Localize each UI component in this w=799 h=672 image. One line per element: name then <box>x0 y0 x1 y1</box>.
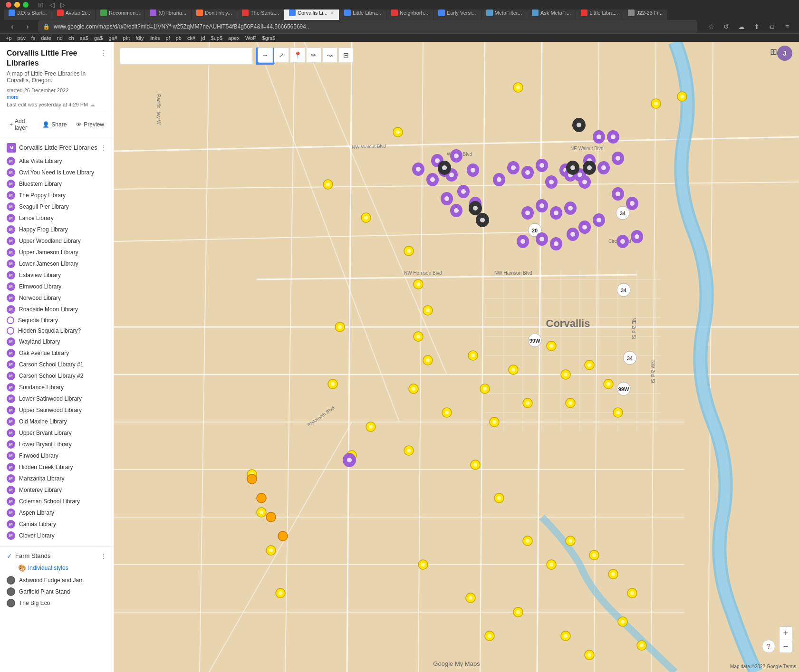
forward-icon[interactable]: ▷ <box>58 0 67 10</box>
map-pin[interactable] <box>651 99 661 108</box>
bookmark-item[interactable]: pkt <box>123 35 130 41</box>
bookmark-item[interactable]: jd <box>201 35 205 41</box>
map-pin[interactable] <box>604 379 613 389</box>
list-item[interactable]: M Sundance Library <box>0 382 114 393</box>
purple-map-pin[interactable] <box>567 228 579 241</box>
map-pin[interactable] <box>513 83 523 92</box>
map-area[interactable]: 99W 34 34 99W 20 34 Corvallis NW Walnut … <box>114 42 799 672</box>
map-pin[interactable] <box>404 446 414 455</box>
bookmark-item[interactable]: fdiy <box>135 35 144 41</box>
map-pin[interactable] <box>361 213 371 222</box>
list-item[interactable]: M Clover Library <box>0 530 114 541</box>
map-pin[interactable] <box>618 617 627 626</box>
bookmark-item[interactable]: date <box>41 35 51 41</box>
purple-map-pin[interactable] <box>426 173 439 186</box>
map-pin[interactable] <box>589 550 599 560</box>
tab-recommen[interactable]: Recommen... <box>96 10 144 20</box>
purple-map-pin[interactable] <box>597 161 610 174</box>
bookmark-item[interactable]: +p <box>6 35 12 41</box>
purple-map-pin[interactable] <box>550 237 562 250</box>
purple-map-pin[interactable] <box>626 197 638 210</box>
list-item[interactable]: M Firwood Library <box>0 450 114 461</box>
map-pin[interactable] <box>328 379 337 389</box>
purple-map-pin[interactable] <box>521 206 534 220</box>
purple-map-pin[interactable] <box>578 221 591 234</box>
purple-map-pin[interactable] <box>593 130 605 144</box>
list-item[interactable]: M Coleman School Library <box>0 496 114 507</box>
list-item[interactable]: M Norwood Library <box>0 292 114 304</box>
list-item[interactable]: M Lance Library <box>0 212 114 224</box>
tab-donthit[interactable]: Don't hit y... <box>192 10 237 20</box>
list-item[interactable]: Sequoia Library <box>0 315 114 326</box>
list-item[interactable]: M Seagull Pier Library <box>0 201 114 212</box>
bookmark-item[interactable]: apex <box>228 35 240 41</box>
farm-stands-header[interactable]: ✓ Farm Stands ⋮ <box>0 549 114 563</box>
purple-map-pin[interactable] <box>457 185 470 198</box>
preview-button[interactable]: 👁 Preview <box>73 116 107 133</box>
draw-tool-button[interactable]: ✏ <box>306 48 321 63</box>
menu-icon[interactable]: ≡ <box>781 20 793 33</box>
list-item[interactable]: M Monterey Library <box>0 484 114 496</box>
dark-map-pin[interactable] <box>438 161 451 175</box>
bookmark-item[interactable]: WoP <box>245 35 257 41</box>
route-tool-button[interactable]: ↝ <box>322 48 337 63</box>
map-pin[interactable] <box>266 546 276 555</box>
farm-pin[interactable] <box>278 531 288 541</box>
purple-map-pin[interactable] <box>536 232 548 246</box>
tab-libraria[interactable]: (0) libraria... <box>145 10 191 20</box>
bookmark-icon[interactable]: ☆ <box>705 20 717 33</box>
user-avatar[interactable]: J <box>777 46 792 61</box>
tab-avatar[interactable]: Avatar 2i... <box>52 10 95 20</box>
map-pin[interactable] <box>509 365 518 374</box>
tab-jd[interactable]: J.D.'s Start... <box>4 10 52 20</box>
new-tab-icon[interactable]: ⧉ <box>766 20 778 33</box>
map-pin[interactable] <box>585 650 594 660</box>
list-item[interactable]: M Wayland Library <box>0 336 114 347</box>
bookmark-item[interactable]: ptw <box>18 35 26 41</box>
list-item[interactable]: M Hidden Creek Library <box>0 461 114 473</box>
map-pin[interactable] <box>547 341 556 351</box>
list-item[interactable]: M Elmwood Library <box>0 281 114 292</box>
map-search-input[interactable] <box>120 48 253 65</box>
tab-j2223[interactable]: J22-23 Fi... <box>623 10 667 20</box>
dark-map-pin[interactable] <box>566 161 579 175</box>
farm-stand-item[interactable]: The Big Eco <box>0 597 114 609</box>
map-pin[interactable] <box>523 536 532 546</box>
list-item[interactable]: M Camas Library <box>0 518 114 530</box>
more-link[interactable]: more <box>7 94 107 100</box>
map-pin[interactable] <box>393 127 403 137</box>
list-item[interactable]: Hidden Sequoia Library? <box>0 326 114 336</box>
purple-map-pin[interactable] <box>536 199 548 212</box>
purple-map-pin[interactable] <box>493 173 505 186</box>
purple-map-pin[interactable] <box>612 187 624 201</box>
map-pin[interactable] <box>566 536 575 546</box>
bookmark-item[interactable]: fs <box>31 35 36 41</box>
map-pin[interactable] <box>471 460 480 470</box>
dark-map-pin[interactable] <box>476 213 489 227</box>
forward-button[interactable]: › <box>21 20 34 33</box>
bookmark-item[interactable]: links <box>149 35 160 41</box>
zoom-in-button[interactable]: + <box>779 626 792 640</box>
tab-little2[interactable]: Little Libra... <box>576 10 623 20</box>
map-pin[interactable] <box>494 493 504 503</box>
purple-map-pin[interactable] <box>616 235 629 248</box>
purple-map-pin[interactable] <box>521 166 534 179</box>
farm-stand-item[interactable]: Garfield Plant Stand <box>0 586 114 597</box>
purple-map-pin[interactable] <box>545 175 558 189</box>
map-pin[interactable] <box>613 408 623 417</box>
tab-little[interactable]: Little Libra... <box>339 10 386 20</box>
purple-map-pin[interactable] <box>441 192 453 205</box>
bookmark-item[interactable]: pf <box>165 35 170 41</box>
purple-map-pin[interactable] <box>467 163 479 177</box>
map-pin[interactable] <box>627 588 637 598</box>
bookmark-item[interactable]: pb <box>176 35 182 41</box>
list-item[interactable]: M Oak Avenue Library <box>0 347 114 359</box>
pin-tool-button[interactable]: 📍 <box>290 48 305 63</box>
icloud-icon[interactable]: ☁ <box>735 20 748 33</box>
minimize-traffic-light[interactable] <box>14 2 20 8</box>
map-pin[interactable] <box>480 384 490 394</box>
list-item[interactable]: M Happy Frog Library <box>0 224 114 235</box>
map-pin[interactable] <box>547 560 556 569</box>
list-item[interactable]: M Estaview Library <box>0 269 114 281</box>
purple-map-pin[interactable] <box>612 152 624 165</box>
